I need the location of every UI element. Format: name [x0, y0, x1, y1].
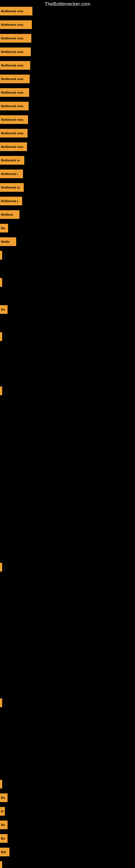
bar-label: Bottleneck resu — [1, 118, 24, 121]
bar-label: Bo — [1, 823, 5, 827]
bar-item: Bottleneck resu — [0, 102, 29, 111]
bar-item: Bottleneck resu — [0, 7, 32, 16]
bar-label: Bottleneck resu — [1, 91, 24, 94]
bar-item — [0, 332, 2, 341]
bar-item: Bottleneck resu — [0, 88, 29, 97]
bar-item: Bottleneck resu — [0, 61, 30, 70]
bar-item — [0, 386, 2, 395]
bar-label: Bo — [1, 226, 5, 230]
bar-label: Bottleneck resu — [1, 131, 24, 135]
bar-item: Bo — [0, 794, 8, 802]
bar-item: Bottlene — [0, 210, 19, 219]
bar-item: Bo — [0, 834, 8, 843]
bar-item — [0, 699, 2, 707]
bar-item: Bo — [0, 224, 8, 232]
bar-label: Bottleneck re — [1, 186, 20, 189]
bar-item: Bottleneck re — [0, 156, 24, 165]
bar-label: Bottleneck resu — [1, 37, 24, 40]
bar-item: Bottleneck resu — [0, 74, 30, 83]
bar-item — [0, 278, 2, 287]
bar-item: Bottleneck resu — [0, 48, 31, 56]
bar-item — [0, 861, 2, 868]
bar-label: Bottleneck r — [1, 172, 18, 176]
bar-item: Bottleneck resu — [0, 20, 32, 29]
bar-label: Bottle — [1, 240, 9, 243]
bar-item: Bottleneck resu — [0, 129, 28, 137]
bar-label: Bottleneck resu — [1, 50, 24, 54]
bar-item — [0, 780, 2, 788]
bar-item — [0, 251, 2, 259]
bar-item: Bo — [0, 305, 8, 314]
bar-item: Bottleneck resu — [0, 115, 28, 124]
bar-label: Bottleneck r — [1, 199, 18, 203]
bar-item: B — [0, 807, 5, 816]
bar-label: Bottleneck resu — [1, 77, 24, 81]
bar-label: Bot — [1, 850, 6, 854]
bar-item: Bottleneck r — [0, 169, 23, 178]
bar-label: Bo — [1, 837, 5, 840]
bar-label: Bottleneck resu — [1, 145, 24, 148]
bar-label: Bo — [1, 796, 5, 799]
bar-label: Bottleneck resu — [1, 23, 24, 26]
bar-item: Bot — [0, 848, 9, 856]
bar-label: B — [1, 810, 3, 813]
bar-item: Bo — [0, 820, 8, 829]
bar-item: Bottle — [0, 237, 16, 246]
bar-item — [0, 563, 2, 571]
bar-label: Bottlene — [1, 213, 13, 216]
bar-item: Bottleneck r — [0, 197, 22, 205]
bar-label: Bo — [1, 308, 5, 311]
bar-label: Bottleneck resu — [1, 64, 24, 67]
bar-item: Bottleneck re — [0, 183, 24, 192]
bar-label: Bottleneck re — [1, 159, 20, 162]
bar-label: Bottleneck resu — [1, 9, 24, 13]
bar-label: Bottleneck resu — [1, 104, 24, 108]
bar-item: Bottleneck resu — [0, 34, 31, 42]
bar-item: Bottleneck resu — [0, 143, 27, 151]
